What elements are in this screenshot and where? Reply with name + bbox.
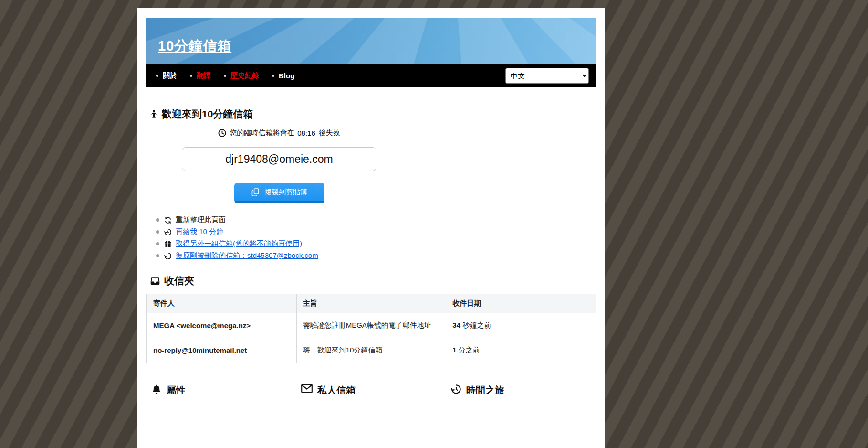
copy-button-label: 複製到剪貼簿 [264,188,307,197]
language-select[interactable]: 中文 [505,68,589,84]
email-date-count: 34 [452,321,460,329]
column-header-sender: 寄件人 [147,294,297,313]
email-date-unit: 秒鐘之前 [462,321,491,329]
refresh-icon [164,216,172,224]
list-item: 再給我 10 分鐘 [146,226,596,238]
email-subject-cell[interactable]: 嗨，歡迎來到10分鐘信箱 [296,338,446,363]
copy-icon [251,188,260,196]
feature-time-travel: 時間之旅 [446,384,596,394]
content-card: 10分鐘信箱 關於 翻譯 歷史紀錄 Blog 中文 歡迎來到10分鐘信箱 [137,8,605,448]
list-item: 重新整理此頁面 [146,214,596,226]
welcome-heading: 歡迎來到10分鐘信箱 [146,107,596,121]
inbox-heading-text: 收信夾 [164,274,194,288]
new-mailbox-icon [164,240,172,248]
refresh-page-link[interactable]: 重新整理此頁面 [176,215,226,224]
give-me-more-time-link[interactable]: 再給我 10 分鐘 [176,227,223,236]
email-date-count: 1 [452,346,456,354]
nav-item-blog[interactable]: Blog [272,72,294,80]
welcome-heading-text: 歡迎來到10分鐘信箱 [162,107,253,121]
expiry-suffix: 後失效 [319,128,340,138]
footer-features-row: 屬性 私人信箱 時間之旅 [146,384,596,394]
expiry-line: 您的臨時信箱將會在 08:16 後失效 [146,128,412,138]
person-icon [150,110,157,119]
main-nav: 關於 翻譯 歷史紀錄 Blog 中文 [146,64,596,87]
column-header-subject: 主旨 [296,294,446,313]
more-time-icon [164,228,172,236]
table-header-row: 寄件人 主旨 收件日期 [147,294,596,313]
action-links-list: 重新整理此頁面 再給我 10 分鐘 [146,214,596,262]
feature-properties: 屬性 [146,384,296,394]
get-new-mailbox-link[interactable]: 取得另外一組信箱(舊的將不能夠再使用) [176,239,302,248]
bell-icon [151,384,162,394]
list-item: 取得另外一組信箱(舊的將不能夠再使用) [146,238,596,250]
list-item: 復原剛被刪除的信箱：std45307@zbock.com [146,250,596,262]
envelope-icon [301,384,313,393]
time-travel-icon [451,384,461,394]
feature-label: 私人信箱 [317,384,356,394]
site-title-link[interactable]: 10分鐘信箱 [158,37,231,56]
email-sender-cell[interactable]: MEGA <welcome@mega.nz> [147,313,297,338]
feature-label: 屬性 [167,384,186,394]
main-content: 歡迎來到10分鐘信箱 您的臨時信箱將會在 08:16 後失效 [146,107,596,394]
header-banner: 10分鐘信箱 [146,18,596,64]
email-sender-cell[interactable]: no-reply@10minutemail.net [147,338,297,363]
email-address-field[interactable] [182,147,376,171]
nav-item-history[interactable]: 歷史紀錄 [224,71,259,80]
inbox-icon [150,277,160,285]
nav-item-about[interactable]: 關於 [156,71,177,80]
feature-label: 時間之旅 [466,384,504,394]
expiry-prefix: 您的臨時信箱將會在 [230,128,294,138]
column-header-date: 收件日期 [446,294,596,313]
feature-private-inbox: 私人信箱 [296,384,446,394]
nav-item-translate[interactable]: 翻譯 [190,71,211,80]
email-subject-cell[interactable]: 需驗證您註冊MEGA帳號的電子郵件地址 [296,313,446,338]
mailbox-column: 您的臨時信箱將會在 08:16 後失效 複製到剪貼簿 [146,128,412,203]
inbox-table: 寄件人 主旨 收件日期 MEGA <welcome@mega.nz> 需驗證您註… [146,294,596,363]
undo-icon [164,252,172,260]
email-date-unit: 分之前 [459,346,480,354]
expiry-countdown: 08:16 [297,129,315,137]
clock-icon [218,129,226,137]
email-date-cell[interactable]: 34 秒鐘之前 [446,313,596,338]
copy-to-clipboard-button[interactable]: 複製到剪貼簿 [234,183,324,203]
inbox-heading: 收信夾 [146,274,596,288]
email-date-cell[interactable]: 1 分之前 [446,338,596,363]
content-inner: 10分鐘信箱 關於 翻譯 歷史紀錄 Blog 中文 歡迎來到10分鐘信箱 [137,18,605,394]
table-row[interactable]: MEGA <welcome@mega.nz> 需驗證您註冊MEGA帳號的電子郵件… [147,313,596,338]
restore-deleted-mailbox-link[interactable]: 復原剛被刪除的信箱：std45307@zbock.com [176,251,318,260]
table-row[interactable]: no-reply@10minutemail.net 嗨，歡迎來到10分鐘信箱 1… [147,338,596,363]
